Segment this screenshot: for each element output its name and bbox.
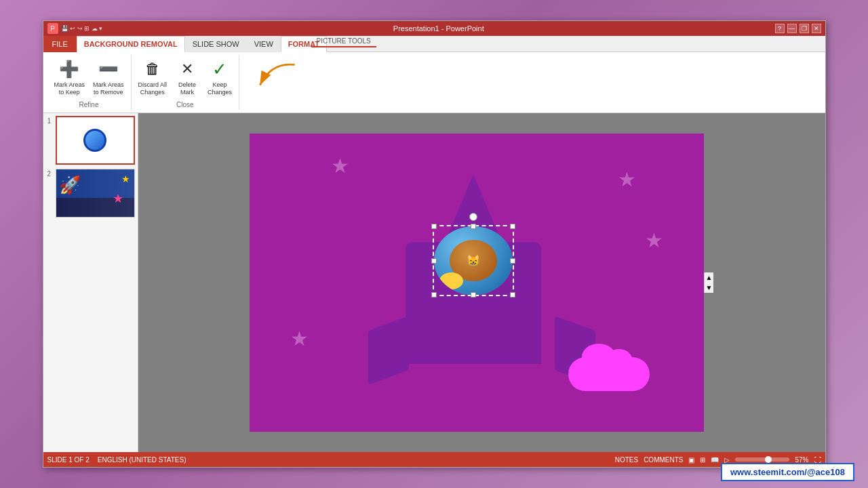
star-decoration-4: ★: [290, 327, 309, 350]
mark-remove-icon: ➖: [98, 58, 119, 80]
quick-access-save[interactable]: 💾 ↩ ↪ ⊞ ☁ ▾: [61, 25, 103, 32]
refine-label: Refine: [79, 101, 99, 108]
discard-icon: 🗑: [142, 58, 163, 80]
star-decoration-2: ★: [618, 167, 636, 191]
handle-bottom-right[interactable]: [510, 292, 515, 298]
cat-circle-image: 😸: [434, 226, 513, 295]
main-content: 1 2 🚀 ★ ★ ★ ★: [43, 113, 825, 452]
list-item: 1: [46, 116, 135, 165]
slide-2-thumbnail[interactable]: 🚀 ★ ★: [56, 169, 135, 218]
cat-eyes: 😸: [467, 254, 480, 267]
slide-info: SLIDE 1 OF 2: [47, 456, 90, 464]
window-title: Presentation1 - PowerPoint: [102, 24, 774, 33]
handle-top-right[interactable]: [510, 224, 515, 229]
slide-panel: 1 2 🚀 ★ ★: [43, 113, 138, 452]
handle-middle-right[interactable]: [510, 258, 515, 264]
mark-keep-label: Mark Areasto Keep: [54, 81, 85, 96]
tab-slide-show[interactable]: SLIDE SHOW: [185, 36, 247, 52]
view-slide-sorter[interactable]: ⊞: [700, 456, 705, 464]
scroll-up[interactable]: ▲: [705, 272, 714, 283]
delete-mark-button[interactable]: ✕ DeleteMark: [172, 56, 202, 98]
zoom-level: 57%: [795, 456, 808, 464]
star-decoration-1: ★: [331, 154, 349, 178]
mark-areas-to-keep-button[interactable]: ➕ Mark Areasto Keep: [52, 56, 88, 98]
status-bar: SLIDE 1 OF 2 ENGLISH (UNITED STATES) NOT…: [43, 452, 825, 467]
refine-buttons: ➕ Mark Areasto Keep ➖ Mark Areasto Remov…: [52, 56, 127, 100]
handle-bottom-left[interactable]: [431, 292, 437, 298]
star-decoration-3: ★: [645, 228, 663, 252]
zoom-thumb[interactable]: [765, 456, 772, 463]
notes-button[interactable]: NOTES: [615, 456, 638, 464]
view-reading[interactable]: 📖: [711, 456, 719, 464]
view-normal[interactable]: ▣: [688, 456, 694, 464]
ribbon-content: ➕ Mark Areasto Keep ➖ Mark Areasto Remov…: [43, 52, 825, 113]
star-icon: ★: [121, 174, 130, 184]
star2-icon: ★: [113, 191, 123, 206]
scroll-down[interactable]: ▼: [705, 283, 714, 293]
yellow-accent: [439, 272, 463, 289]
title-bar: P 💾 ↩ ↪ ⊞ ☁ ▾ Presentation1 - PowerPoint…: [43, 21, 825, 36]
handle-top-left[interactable]: [431, 224, 437, 229]
handle-top-middle[interactable]: [471, 224, 476, 229]
minimize-button[interactable]: —: [787, 24, 797, 33]
help-button[interactable]: ?: [775, 24, 785, 33]
delete-mark-icon: ✕: [176, 58, 198, 80]
fit-slide-button[interactable]: ⛶: [814, 456, 821, 464]
status-right: NOTES COMMENTS ▣ ⊞ 📖 ▷ 57% ⛶: [615, 456, 821, 464]
discard-all-changes-button[interactable]: 🗑 Discard AllChanges: [136, 56, 170, 98]
mark-areas-to-remove-button[interactable]: ➖ Mark Areasto Remove: [90, 56, 127, 98]
close-button[interactable]: ✕: [812, 24, 821, 33]
canvas-area[interactable]: ★ ★ ★ ★: [138, 113, 825, 452]
view-slideshow[interactable]: ▷: [724, 456, 730, 464]
steemit-url: www.steemit.com/@ace108: [730, 467, 845, 477]
close-label: Close: [176, 101, 194, 108]
delete-mark-label: DeleteMark: [178, 81, 196, 96]
slide-1-number: 1: [46, 116, 54, 126]
tab-view[interactable]: VIEW: [247, 36, 281, 52]
slide-canvas: ★ ★ ★ ★: [250, 134, 704, 432]
keep-changes-button[interactable]: ✓ KeepChanges: [205, 56, 235, 98]
cloud-decoration: [568, 357, 650, 391]
keep-changes-label: KeepChanges: [208, 81, 232, 96]
rocket-small-icon: 🚀: [59, 175, 81, 196]
keep-changes-icon: ✓: [209, 58, 231, 80]
picture-tools-label: PICTURE TOOLS: [311, 36, 376, 47]
list-item: 2 🚀 ★ ★: [46, 169, 135, 218]
handle-bottom-middle[interactable]: [471, 292, 476, 298]
arrow-annotation: [254, 59, 301, 100]
zoom-slider[interactable]: [735, 458, 789, 462]
ribbon-header: FILE BACKGROUND REMOVAL SLIDE SHOW VIEW …: [43, 36, 825, 52]
mark-remove-label: Mark Areasto Remove: [93, 81, 124, 96]
language-indicator: ENGLISH (UNITED STATES): [98, 456, 186, 464]
vertical-scrollbar[interactable]: ▲ ▼: [704, 272, 713, 293]
slide-2-number: 2: [46, 169, 54, 179]
tab-file[interactable]: FILE: [43, 36, 77, 52]
selected-image[interactable]: 😸: [433, 225, 514, 296]
app-icon: P: [47, 23, 58, 34]
ribbon-group-close: 🗑 Discard AllChanges ✕ DeleteMark ✓ Keep…: [132, 55, 240, 110]
mark-keep-icon: ➕: [58, 58, 80, 80]
close-buttons: 🗑 Discard AllChanges ✕ DeleteMark ✓ Keep…: [136, 56, 235, 100]
rotate-handle[interactable]: [469, 213, 477, 221]
comments-button[interactable]: COMMENTS: [644, 456, 683, 464]
handle-middle-left[interactable]: [431, 258, 437, 264]
slide-1-icon: [83, 129, 106, 152]
window-controls: ? — ❐ ✕: [775, 24, 821, 33]
restore-button[interactable]: ❐: [800, 24, 809, 33]
powerpoint-window: P 💾 ↩ ↪ ⊞ ☁ ▾ Presentation1 - PowerPoint…: [43, 20, 826, 468]
steemit-watermark: www.steemit.com/@ace108: [721, 463, 854, 481]
ribbon-group-refine: ➕ Mark Areasto Keep ➖ Mark Areasto Remov…: [47, 55, 132, 110]
discard-label: Discard AllChanges: [138, 81, 167, 96]
rocket-fin-left: [368, 316, 409, 385]
tab-background-removal[interactable]: BACKGROUND REMOVAL: [77, 36, 185, 52]
slide-1-thumbnail[interactable]: [56, 116, 135, 165]
